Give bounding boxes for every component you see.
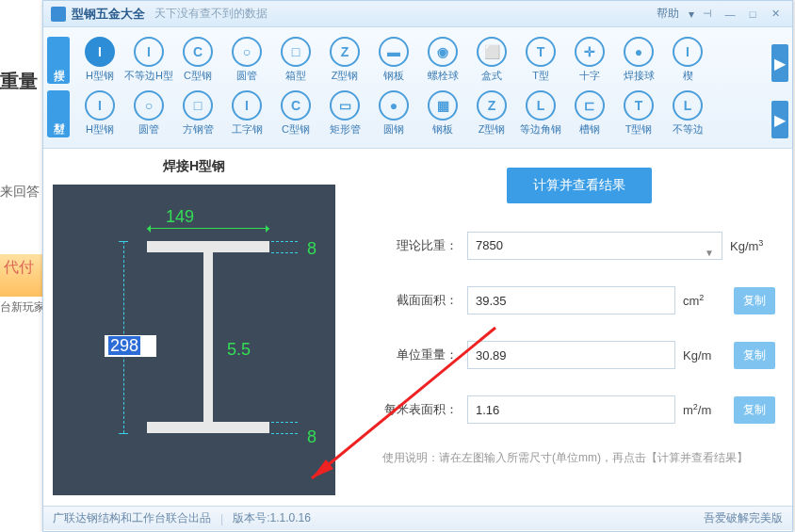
dropdown-icon[interactable]: ▾: [689, 8, 694, 21]
tool-槽钢[interactable]: ⊏槽钢: [565, 89, 614, 138]
dim-flange-top[interactable]: 8: [307, 239, 316, 259]
diagram-panel: 焊接H型钢 149 298 5.5 8 8: [43, 149, 345, 506]
tool-label: 焊接球: [624, 69, 655, 83]
shape-icon: T: [526, 37, 556, 67]
area-input[interactable]: [467, 286, 675, 314]
help-link[interactable]: 帮助: [657, 6, 679, 22]
surface-input[interactable]: [467, 395, 675, 424]
dim-tick-icon: [271, 241, 298, 242]
shape-icon: ○: [232, 37, 262, 67]
tool-钢板[interactable]: ▬钢板: [369, 35, 418, 85]
tool-Z型钢[interactable]: ZZ型钢: [320, 35, 369, 85]
tool-T型钢[interactable]: TT型钢: [614, 89, 663, 138]
tool-C型钢[interactable]: CC型钢: [173, 35, 222, 85]
tool-楔[interactable]: I楔: [663, 35, 712, 85]
app-window: 型钢五金大全 天下没有查不到的数据 帮助 ▾ ⊣ — □ ✕ 焊接 IH型钢I不…: [42, 0, 793, 532]
tool-圆钢[interactable]: ●圆钢: [369, 89, 418, 138]
tool-圆管[interactable]: ○圆管: [124, 89, 173, 138]
tool-C型钢[interactable]: CC型钢: [271, 89, 320, 138]
shape-icon: ⊏: [575, 90, 605, 121]
tool-H型钢[interactable]: IH型钢: [75, 89, 124, 138]
shape-icon: ▬: [379, 37, 409, 67]
dim-flange-bot[interactable]: 8: [307, 427, 316, 447]
h-beam-diagram: 149 298 5.5 8 8: [53, 185, 335, 495]
tool-等边角钢[interactable]: L等边角钢: [516, 89, 565, 138]
status-edition: 吾爱破解完美版: [704, 510, 783, 526]
app-subtitle: 天下没有查不到的数据: [154, 6, 268, 22]
weight-input[interactable]: [467, 341, 675, 369]
tool-label: C型钢: [282, 122, 310, 137]
tool-H型钢[interactable]: IH型钢: [75, 35, 124, 85]
shape-icon: C: [183, 37, 213, 67]
dim-tick-icon: [271, 252, 298, 253]
copy-button[interactable]: 复制: [734, 342, 775, 369]
scroll-right-button[interactable]: ▶: [771, 101, 788, 138]
toolbar: 焊接 IH型钢I不等边H型CC型钢○圆管□箱型ZZ型钢▬钢板◉螺栓球⬜盒式TT型…: [43, 27, 792, 149]
shape-icon: ●: [624, 37, 654, 67]
tool-label: 不等边H型: [124, 69, 173, 83]
shape-icon: ○: [134, 90, 164, 121]
dim-tick-icon: [271, 433, 298, 434]
shape-icon: □: [281, 37, 311, 67]
dim-height-input[interactable]: 298: [105, 335, 156, 357]
tool-label: Z型钢: [479, 122, 506, 137]
tool-圆管[interactable]: ○圆管: [222, 35, 271, 85]
close-button[interactable]: ✕: [766, 7, 785, 22]
tool-label: 不等边: [673, 122, 704, 137]
shape-icon: I: [85, 90, 115, 121]
bg-text: 重量: [0, 69, 38, 94]
dim-width[interactable]: 149: [166, 207, 194, 227]
tool-label: H型钢: [86, 69, 114, 83]
tool-label: H型钢: [86, 122, 114, 137]
dim-tick-icon: [119, 433, 128, 434]
tool-盒式[interactable]: ⬜盒式: [467, 35, 516, 85]
tool-螺栓球[interactable]: ◉螺栓球: [418, 35, 467, 85]
surface-unit: m2/m: [683, 402, 728, 417]
diagram-title: 焊接H型钢: [53, 158, 335, 175]
shape-icon: I: [673, 37, 703, 67]
tool-label: 圆管: [236, 69, 257, 83]
tool-不等边H型[interactable]: I不等边H型: [124, 35, 173, 85]
tool-label: Z型钢: [332, 69, 359, 83]
titlebar: 型钢五金大全 天下没有查不到的数据 帮助 ▾ ⊣ — □ ✕: [43, 1, 792, 27]
tool-矩形管[interactable]: ▭矩形管: [320, 89, 369, 138]
tool-焊接球[interactable]: ●焊接球: [614, 35, 663, 85]
tool-方钢管[interactable]: □方钢管: [173, 89, 222, 138]
tool-工字钢[interactable]: I工字钢: [222, 89, 271, 138]
shape-icon: L: [673, 90, 703, 121]
tool-十字[interactable]: ✛十字: [565, 35, 614, 85]
scroll-right-button[interactable]: ▶: [771, 44, 788, 82]
tool-T型[interactable]: TT型: [516, 35, 565, 85]
category-profile[interactable]: 型材: [47, 90, 70, 137]
app-icon: [51, 7, 66, 22]
app-title: 型钢五金大全: [72, 6, 145, 23]
weight-label: 单位重量：: [382, 347, 458, 363]
category-welding[interactable]: 焊接: [47, 37, 70, 84]
shape-icon: I: [232, 90, 262, 121]
maximize-button[interactable]: □: [743, 7, 762, 22]
shape-icon: □: [183, 90, 213, 121]
copy-button[interactable]: 复制: [734, 396, 775, 424]
shape-icon: Z: [330, 37, 360, 67]
copy-button[interactable]: 复制: [734, 287, 775, 314]
tool-label: 钢板: [383, 69, 404, 83]
status-vendor: 广联达钢结构和工作台联合出品: [53, 510, 211, 526]
tool-箱型[interactable]: □箱型: [271, 35, 320, 85]
tool-Z型钢[interactable]: ZZ型钢: [467, 89, 516, 138]
tool-钢板[interactable]: ▦钢板: [418, 89, 467, 138]
density-dropdown[interactable]: 7850▼: [467, 232, 722, 260]
usage-hint: 使用说明：请在左图输入所需尺寸(单位mm)，再点击【计算并查看结果】: [382, 450, 775, 466]
dim-tick-icon: [271, 422, 298, 423]
dim-web[interactable]: 5.5: [227, 340, 251, 360]
minimize-button[interactable]: —: [721, 7, 739, 22]
density-label: 理论比重：: [382, 237, 458, 254]
shape-icon: I: [134, 37, 164, 67]
surface-label: 每米表面积：: [382, 401, 458, 418]
pin-button[interactable]: ⊣: [698, 7, 717, 22]
status-version: 版本号:1.1.0.16: [233, 510, 311, 526]
shape-icon: ●: [379, 90, 409, 121]
weight-unit: Kg/m: [683, 348, 728, 363]
shape-icon: C: [281, 90, 311, 121]
tool-不等边[interactable]: L不等边: [663, 89, 712, 138]
calculate-button[interactable]: 计算并查看结果: [507, 168, 652, 203]
